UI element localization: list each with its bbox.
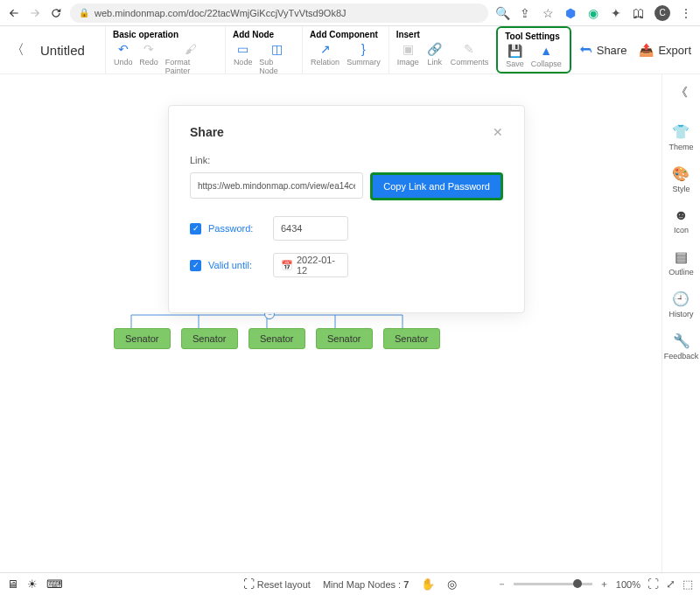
relation-button[interactable]: ↗Relation xyxy=(308,40,342,68)
ribbon-addnode-head: Add Node xyxy=(231,28,297,40)
mindmap-child-node[interactable]: Senator xyxy=(316,328,373,349)
brush-icon: 🖌 xyxy=(184,42,198,56)
sidebar-style[interactable]: 🎨Style xyxy=(672,165,690,193)
clock-icon: 🕘 xyxy=(672,290,690,307)
reload-icon[interactable] xyxy=(49,6,63,20)
password-input[interactable] xyxy=(273,216,348,241)
grid-icon: ▤ xyxy=(675,248,688,265)
doc-back-icon[interactable]: 〈 xyxy=(10,41,24,60)
target-icon[interactable]: ◎ xyxy=(447,578,457,591)
undo-icon: ↶ xyxy=(116,42,130,56)
ribbon-addcomp-head: Add Component xyxy=(308,28,383,40)
monitor-icon[interactable]: 🖥 xyxy=(7,578,18,591)
sidebar-icon[interactable]: ☻Icon xyxy=(674,207,689,234)
password-checkbox[interactable]: ✓ xyxy=(190,223,201,234)
subnode-icon: ◫ xyxy=(270,42,284,56)
sidebar-history[interactable]: 🕘History xyxy=(668,290,693,318)
mindmap-child-node[interactable]: Senator xyxy=(181,328,238,349)
right-sidebar: 《 👕Theme 🎨Style ☻Icon ▤Outline 🕘History … xyxy=(662,74,700,572)
pencil-icon: ✎ xyxy=(462,42,476,56)
calendar-icon: 📅 xyxy=(281,260,293,271)
palette-icon: 🎨 xyxy=(672,165,690,182)
keyboard-icon[interactable]: ⌨ xyxy=(46,578,63,591)
link-icon: 🔗 xyxy=(428,42,442,56)
extensions-icon[interactable]: ✦ xyxy=(609,6,623,20)
summary-button[interactable]: }Summary xyxy=(344,40,383,68)
relation-icon: ↗ xyxy=(318,42,332,56)
ribbon-tools-head: Tool Settings xyxy=(503,30,564,42)
zoom-out-button[interactable]: － xyxy=(497,578,507,591)
ext1-icon[interactable]: ⬢ xyxy=(564,6,578,20)
share-dialog: Share ✕ Link: Copy Link and Password ✓ P… xyxy=(168,105,525,313)
doc-title[interactable]: Untitled xyxy=(40,43,85,58)
share-button[interactable]: ⮪Share xyxy=(580,43,627,57)
mindmap-child-node[interactable]: Senator xyxy=(383,328,440,349)
zoom-slider[interactable] xyxy=(514,583,592,585)
share-icon: ⮪ xyxy=(580,43,592,57)
collapse-button[interactable]: ▲Collapse xyxy=(528,42,564,70)
subnode-button[interactable]: ◫Sub Node xyxy=(256,40,297,77)
hand-icon[interactable]: ✋ xyxy=(421,578,435,591)
valid-checkbox[interactable]: ✓ xyxy=(190,260,201,271)
valid-until-label: Valid until: xyxy=(208,260,266,270)
node-icon: ▭ xyxy=(236,42,250,56)
menu-dots-icon[interactable]: ⋮ xyxy=(679,6,693,20)
save-button[interactable]: 💾Save xyxy=(503,42,527,70)
redo-button[interactable]: ↷Redo xyxy=(136,40,160,77)
password-label: Password: xyxy=(208,223,266,234)
image-icon: ▣ xyxy=(401,42,415,56)
image-button[interactable]: ▣Image xyxy=(395,40,422,68)
forward-arrow-icon[interactable] xyxy=(28,6,42,20)
link-button[interactable]: 🔗Link xyxy=(424,40,446,68)
share-nav-icon[interactable]: ⇪ xyxy=(518,6,532,20)
zoom-level: 100% xyxy=(616,579,640,590)
url-bar[interactable]: 🔒 web.mindonmap.com/doc/22tacWmjGiKccjVy… xyxy=(70,4,488,23)
smile-icon: ☻ xyxy=(674,207,689,223)
corner1-icon[interactable]: ⛶ xyxy=(648,578,659,591)
sidebar-collapse-icon[interactable]: 《 xyxy=(676,81,688,109)
sun-icon[interactable]: ☀ xyxy=(27,578,38,591)
collapse-icon: ▲ xyxy=(539,44,553,58)
tshirt-icon: 👕 xyxy=(672,123,690,140)
format-painter-button[interactable]: 🖌Format Painter xyxy=(163,40,220,77)
save-icon: 💾 xyxy=(508,44,522,58)
share-link-input[interactable] xyxy=(190,172,363,199)
wrench-icon: 🔧 xyxy=(673,332,690,349)
sidebar-theme[interactable]: 👕Theme xyxy=(668,123,693,151)
browser-toolbar: 🔒 web.mindonmap.com/doc/22tacWmjGiKccjVy… xyxy=(0,0,700,26)
valid-until-input[interactable]: 📅 2022-01-12 xyxy=(273,253,348,277)
copy-link-button[interactable]: Copy Link and Password xyxy=(370,172,503,200)
star-icon[interactable]: ☆ xyxy=(541,6,555,20)
url-text: web.mindonmap.com/doc/22tacWmjGiKccjVyTv… xyxy=(94,8,346,18)
lock-icon: 🔒 xyxy=(79,8,89,18)
summary-icon: } xyxy=(356,42,370,56)
app-header: 〈 Untitled Basic operation ↶Undo ↷Redo 🖌… xyxy=(0,26,700,74)
avatar[interactable]: C xyxy=(654,5,670,21)
redo-icon: ↷ xyxy=(142,42,156,56)
export-icon: 📤 xyxy=(639,43,654,57)
close-icon[interactable]: ✕ xyxy=(493,125,503,139)
comments-button[interactable]: ✎Comments xyxy=(448,40,492,68)
export-button[interactable]: 📤Export xyxy=(639,43,691,57)
reset-icon: ⛶ xyxy=(243,578,255,591)
reading-list-icon[interactable]: 🕮 xyxy=(632,6,646,20)
reset-layout-button[interactable]: ⛶ Reset layout xyxy=(243,578,311,591)
ribbon-basic-head: Basic operation xyxy=(111,28,220,40)
back-arrow-icon[interactable] xyxy=(7,6,21,20)
sidebar-outline[interactable]: ▤Outline xyxy=(668,248,694,276)
sidebar-feedback[interactable]: 🔧Feedback xyxy=(664,332,699,360)
undo-button[interactable]: ↶Undo xyxy=(111,40,135,77)
ribbon-insert-head: Insert xyxy=(395,28,492,40)
ext2-icon[interactable]: ◉ xyxy=(586,6,600,20)
fit-icon[interactable]: ⬚ xyxy=(682,578,693,591)
zoom-in-button[interactable]: ＋ xyxy=(599,578,609,591)
zoom-icon[interactable]: 🔍 xyxy=(495,6,509,20)
node-count: Mind Map Nodes : 7 xyxy=(323,579,409,590)
node-button[interactable]: ▭Node xyxy=(231,40,255,77)
link-label: Link: xyxy=(190,155,503,165)
fullscreen-icon[interactable]: ⤢ xyxy=(666,578,676,591)
mindmap-child-node[interactable]: Senator xyxy=(248,328,305,349)
mindmap-child-node[interactable]: Senator xyxy=(114,328,171,349)
status-bar: 🖥 ☀ ⌨ ⛶ Reset layout Mind Map Nodes : 7 … xyxy=(0,572,700,595)
share-dialog-title: Share xyxy=(190,125,224,139)
